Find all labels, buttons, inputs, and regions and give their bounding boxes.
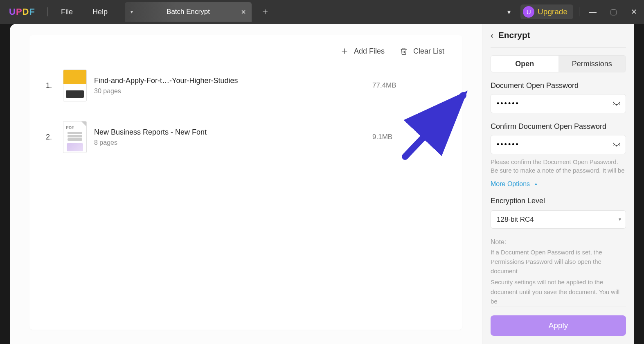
clear-list-label: Clear List bbox=[413, 47, 444, 56]
more-options-label: More Options bbox=[491, 180, 530, 188]
new-tab-button[interactable]: + bbox=[252, 6, 279, 18]
tab-title: Batch Encrypt bbox=[125, 8, 252, 16]
chevron-down-icon[interactable]: ▾ bbox=[500, 8, 518, 16]
trash-icon bbox=[399, 47, 408, 56]
row-number: 2. bbox=[46, 133, 56, 142]
file-pages: 30 pages bbox=[94, 88, 365, 95]
active-tab[interactable]: ▾ Batch Encrypt × bbox=[125, 2, 252, 22]
open-permissions-tabs: Open Permissions bbox=[491, 55, 626, 72]
confirm-password-hint: Please confirm the Document Open Passwor… bbox=[491, 157, 626, 175]
window-close[interactable]: ✕ bbox=[624, 7, 644, 16]
note-text: If a Document Open Password is set, the … bbox=[491, 247, 626, 276]
divider bbox=[47, 7, 48, 16]
file-list-panel: Add Files Clear List 1. Find-and-Apply-F… bbox=[29, 35, 462, 330]
file-title: New Business Reports - New Font bbox=[94, 128, 365, 137]
encrypt-side-panel: ‹ Encrypt Open Permissions Document Open… bbox=[482, 24, 634, 344]
window-maximize[interactable]: ▢ bbox=[603, 7, 624, 16]
add-files-label: Add Files bbox=[354, 47, 385, 56]
user-avatar: U bbox=[523, 6, 534, 18]
tab-open[interactable]: Open bbox=[491, 56, 558, 72]
main-panel: Add Files Clear List 1. Find-and-Apply-F… bbox=[10, 24, 482, 344]
row-number: 1. bbox=[46, 81, 56, 90]
divider bbox=[579, 7, 579, 16]
confirm-password-label: Confirm Document Open Password bbox=[491, 122, 626, 131]
clear-list-button[interactable]: Clear List bbox=[399, 47, 444, 56]
file-title: Find-and-Apply-For-t…-Your-Higher-Studie… bbox=[94, 76, 365, 85]
tab-permissions[interactable]: Permissions bbox=[558, 56, 626, 72]
file-thumbnail: PDF bbox=[63, 121, 87, 153]
plus-icon bbox=[340, 47, 349, 56]
file-size: 9.1MB bbox=[372, 133, 446, 141]
more-options-toggle[interactable]: More Options ▲ bbox=[491, 180, 626, 188]
add-files-button[interactable]: Add Files bbox=[340, 47, 385, 56]
file-size: 77.4MB bbox=[372, 81, 446, 90]
panel-toolbar: Add Files Clear List bbox=[29, 35, 462, 60]
titlebar: UPDF File Help ▾ Batch Encrypt × + ▾ U U… bbox=[0, 0, 644, 24]
file-row[interactable]: 2. PDF New Business Reports - New Font 8… bbox=[29, 111, 462, 163]
apply-bar: Apply bbox=[491, 306, 626, 337]
note-heading: Note: bbox=[491, 238, 626, 246]
file-info: Find-and-Apply-For-t…-Your-Higher-Studie… bbox=[94, 76, 365, 95]
file-info: New Business Reports - New Font 8 pages bbox=[94, 128, 365, 146]
file-row[interactable]: 1. Find-and-Apply-For-t…-Your-Higher-Stu… bbox=[29, 60, 462, 111]
file-pages: 8 pages bbox=[94, 139, 365, 146]
open-password-label: Document Open Password bbox=[491, 81, 626, 90]
side-panel-title: Encrypt bbox=[498, 30, 530, 40]
upgrade-label: Upgrade bbox=[538, 7, 567, 16]
content-area: Add Files Clear List 1. Find-and-Apply-F… bbox=[10, 24, 634, 344]
close-tab-icon[interactable]: × bbox=[241, 8, 246, 16]
confirm-password-input[interactable] bbox=[491, 135, 626, 154]
upgrade-button[interactable]: U Upgrade bbox=[520, 4, 573, 19]
menu-file[interactable]: File bbox=[51, 8, 83, 16]
open-password-input[interactable] bbox=[491, 94, 626, 113]
note-text: Security settings will not be applied to… bbox=[491, 277, 626, 306]
chevron-up-icon: ▲ bbox=[534, 182, 538, 186]
show-password-icon[interactable] bbox=[612, 98, 621, 109]
back-icon[interactable]: ‹ bbox=[491, 31, 493, 40]
show-password-icon[interactable] bbox=[612, 139, 621, 150]
encryption-level-select[interactable]: 128-bit RC4 bbox=[491, 210, 626, 229]
app-logo: UPDF bbox=[0, 7, 44, 17]
side-panel-header: ‹ Encrypt bbox=[491, 30, 626, 48]
apply-button[interactable]: Apply bbox=[491, 315, 626, 336]
encryption-level-label: Encryption Level bbox=[491, 197, 626, 205]
file-thumbnail bbox=[63, 70, 87, 101]
window-minimize[interactable]: — bbox=[583, 8, 603, 16]
menu-help[interactable]: Help bbox=[83, 8, 117, 16]
